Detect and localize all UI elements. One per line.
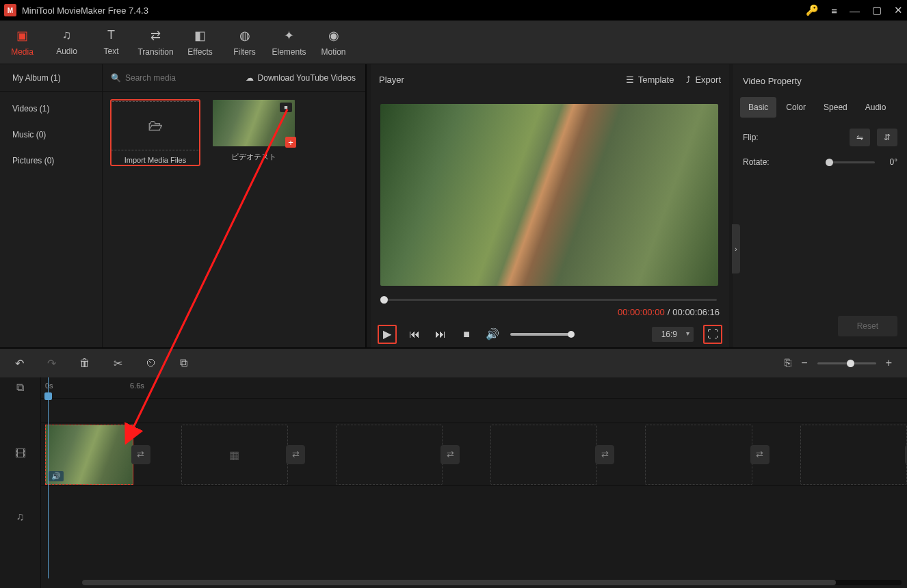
add-track-button[interactable]: ⧉ <box>0 377 40 398</box>
ribbon-elements[interactable]: ✦Elements <box>267 21 311 64</box>
time-separator: / <box>668 307 670 317</box>
transition-slot[interactable]: ⇄ <box>595 445 614 464</box>
import-dropzone[interactable]: 🗁 <box>111 101 200 150</box>
empty-clip-slot[interactable]: ⇄ <box>336 425 443 485</box>
ribbon-filters[interactable]: ◍Filters <box>222 21 267 64</box>
playhead[interactable] <box>48 377 49 578</box>
redo-button[interactable]: ↷ <box>47 357 56 370</box>
fullscreen-button[interactable]: ⛶ <box>703 325 722 344</box>
time-display: 00:00:00:00 / 00:00:06:16 <box>371 307 729 317</box>
rotate-slider[interactable] <box>827 161 875 163</box>
prev-frame-button[interactable]: ⏮ <box>406 326 423 343</box>
zoom-out-button[interactable]: − <box>801 357 807 369</box>
sidebar-item-pictures[interactable]: Pictures (0) <box>0 148 102 174</box>
transition-slot[interactable]: ⇄ <box>286 445 305 464</box>
zoom-in-button[interactable]: + <box>886 357 892 369</box>
clip-audio-icon[interactable]: 🔊 <box>49 471 64 481</box>
sidebar-item-videos[interactable]: Videos (1) <box>0 96 102 122</box>
ribbon-effects[interactable]: ◧Effects <box>178 21 222 64</box>
filters-icon: ◍ <box>239 28 250 43</box>
zoom-slider[interactable] <box>817 362 876 364</box>
media-clip-card[interactable]: ■ + ビデオテスト <box>209 100 298 162</box>
delete-button[interactable]: 🗑 <box>79 357 90 369</box>
maximize-button[interactable]: ▢ <box>872 4 882 16</box>
sidebar-item-music[interactable]: Music (0) <box>0 122 102 148</box>
ribbon-text[interactable]: TText <box>89 21 133 64</box>
menu-icon[interactable]: ≡ <box>831 5 837 16</box>
minimize-button[interactable]: ― <box>850 5 860 16</box>
tab-color[interactable]: Color <box>778 97 814 118</box>
add-to-timeline-icon[interactable]: + <box>285 137 296 148</box>
rotate-value: 0° <box>890 157 897 167</box>
undo-button[interactable]: ↶ <box>15 357 24 370</box>
timeline: ⧉ 🎞 ♫ 0s 6.6s 🔊 ⇄ ▦⇄ ⇄ ⇄ ⇄ ⇄ <box>0 377 907 588</box>
volume-slider[interactable] <box>510 333 573 336</box>
flip-vertical-button[interactable]: ⇵ <box>877 129 897 146</box>
seek-bar[interactable] <box>380 293 720 307</box>
placeholder-icon: ▦ <box>229 448 239 461</box>
fit-button[interactable]: ⎘ <box>785 357 791 369</box>
download-youtube-button[interactable]: ☁ Download YouTube Videos <box>246 73 365 83</box>
expand-handle[interactable]: › <box>732 224 740 273</box>
horizontal-scrollbar[interactable] <box>82 580 902 585</box>
player-controls: ▶ ⏮ ⏭ ■ 🔊 16:9 ⛶ <box>378 321 722 347</box>
play-button[interactable]: ▶ <box>378 325 397 344</box>
transition-slot[interactable]: ⇄ <box>750 445 770 464</box>
clip-thumbnail[interactable]: ■ + <box>213 100 295 146</box>
ruler-mark: 6.6s <box>130 382 144 390</box>
audio-track[interactable] <box>41 485 907 543</box>
import-media-card[interactable]: 🗁 Import Media Files <box>111 100 200 165</box>
reset-button[interactable]: Reset <box>838 316 897 336</box>
app-icon: M <box>4 4 16 16</box>
export-button[interactable]: ⤴Export <box>686 75 721 85</box>
tab-basic[interactable]: Basic <box>740 97 776 118</box>
overlay-track[interactable] <box>41 398 907 423</box>
ribbon-media[interactable]: ▣Media <box>0 21 44 64</box>
time-ruler[interactable]: 0s 6.6s <box>41 377 907 398</box>
next-frame-button[interactable]: ⏭ <box>432 326 449 343</box>
speed-button[interactable]: ⏲ <box>146 357 157 369</box>
property-panel: › Video Property Basic Color Speed Audio… <box>733 64 907 347</box>
volume-icon[interactable]: 🔊 <box>484 326 501 343</box>
empty-clip-slot[interactable]: ⇄ <box>645 425 752 485</box>
tab-speed[interactable]: Speed <box>815 97 856 118</box>
ribbon-motion[interactable]: ◉Motion <box>311 21 356 64</box>
folder-open-icon: 🗁 <box>148 117 163 135</box>
timeline-toolbar: ↶ ↷ 🗑 ✂ ⏲ ⧉ ⎘ − + <box>0 347 907 377</box>
video-preview[interactable] <box>380 104 718 286</box>
audio-track-icon: ♫ <box>0 485 40 548</box>
search-media[interactable]: 🔍 <box>103 73 246 83</box>
download-youtube-label: Download YouTube Videos <box>258 73 356 83</box>
aspect-ratio-select[interactable]: 16:9 <box>652 327 694 342</box>
media-thumbnails: 🗁 Import Media Files ■ + ビデオテスト <box>103 92 365 347</box>
close-button[interactable]: ✕ <box>894 4 903 16</box>
flip-horizontal-button[interactable]: ⇋ <box>850 129 870 146</box>
import-label: Import Media Files <box>124 156 186 164</box>
transition-slot[interactable]: ⇄ <box>441 445 460 464</box>
video-track[interactable]: 🔊 ⇄ ▦⇄ ⇄ ⇄ ⇄ ⇄ <box>41 423 907 485</box>
empty-clip-slot[interactable]: ▦⇄ <box>181 425 288 485</box>
total-time: 00:00:06:16 <box>672 307 720 317</box>
split-button[interactable]: ✂ <box>114 357 122 370</box>
ribbon-label: Elements <box>272 47 306 57</box>
transition-slot[interactable]: ⇄ <box>131 445 150 464</box>
media-type-list: Videos (1) Music (0) Pictures (0) <box>0 92 103 347</box>
ribbon-label: Transition <box>137 47 173 57</box>
timeline-body[interactable]: 0s 6.6s 🔊 ⇄ ▦⇄ ⇄ ⇄ ⇄ ⇄ <box>41 377 907 588</box>
video-track-icon: 🎞 <box>0 423 40 485</box>
ribbon-audio[interactable]: ♫Audio <box>44 21 89 64</box>
upgrade-key-icon[interactable]: 🔑 <box>806 4 819 16</box>
ribbon-label: Effects <box>187 47 212 57</box>
stop-button[interactable]: ■ <box>458 326 475 343</box>
template-label: Template <box>638 75 674 85</box>
tab-audio[interactable]: Audio <box>857 97 895 118</box>
title-bar: M MiniTool MovieMaker Free 7.4.3 🔑 ≡ ― ▢… <box>0 0 907 21</box>
crop-button[interactable]: ⧉ <box>180 357 187 369</box>
timeline-clip[interactable]: 🔊 ⇄ <box>45 425 133 485</box>
empty-clip-slot[interactable]: ⇄ <box>490 425 597 485</box>
empty-clip-slot[interactable]: ⇄ <box>800 425 907 485</box>
template-button[interactable]: ☰Template <box>626 75 674 85</box>
my-album-header[interactable]: My Album (1) <box>0 64 103 91</box>
search-input[interactable] <box>125 73 237 83</box>
ribbon-transition[interactable]: ⇄Transition <box>133 21 178 64</box>
